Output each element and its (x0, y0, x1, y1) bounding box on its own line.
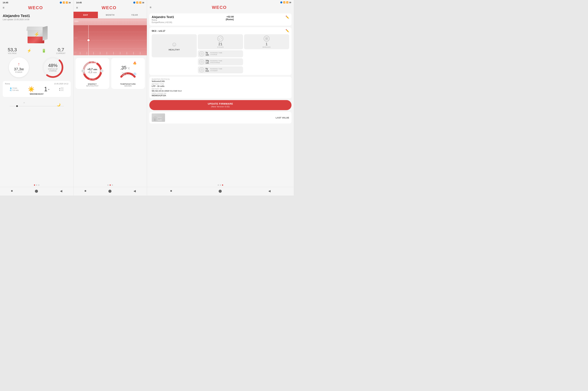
device-edit-icon[interactable]: ✏️ (285, 15, 289, 19)
chart-svg (74, 25, 147, 55)
tab-year[interactable]: YEAR (122, 12, 147, 18)
p3-main: Alejandro Test1 Roma Europe/Rome (+02:00… (147, 11, 294, 183)
nav-back-3[interactable]: ◀ (268, 189, 271, 193)
dot-2-3[interactable] (112, 185, 113, 186)
energy-time-top: 0h 15m (89, 61, 96, 64)
status-bar-2: 14:45 🔵 📶 📶 39 (74, 0, 147, 4)
update-firmware-btn[interactable]: UPDATE FIRMWARE (New Version 6.02) (149, 100, 291, 110)
grid-100: 100% (74, 20, 147, 22)
dot-1-1[interactable] (34, 185, 35, 186)
temp-min-group: 30 °C (121, 71, 130, 77)
weather-header: Roma 13.05.2020 14:12 (5, 83, 68, 85)
menu-icon-1[interactable]: ≡ (3, 6, 4, 9)
power-value: 37,3w (14, 67, 24, 71)
energy-minus-btn[interactable]: − (100, 69, 104, 73)
dot-2-2[interactable] (110, 185, 111, 186)
nav-back-2[interactable]: ◀ (133, 189, 136, 193)
battery-type-value: LFP - 16 cells (152, 85, 289, 87)
panel-3: 🔵 📶 📶 39 ≡ WECO Alejandro Test1 Roma Eur… (147, 0, 294, 196)
tab-month[interactable]: MONTH (98, 12, 122, 18)
svg-rect-26 (267, 39, 268, 40)
menu-icon-3[interactable]: ≡ (150, 6, 152, 9)
logo-2: WECO (101, 5, 116, 10)
status-bar-1: 14:45 🔵 📶 📶 39 (0, 0, 73, 4)
lightning-battery-icon: ⚡ (34, 32, 40, 37)
dot-1-3[interactable] (38, 185, 39, 186)
details-card: INVERTER PROTOCOL VoltronicCAN BATTERY T… (149, 77, 291, 98)
voltage-metric: 53,3 VOLTAGE (8, 47, 17, 54)
temp-dash-line (120, 69, 123, 70)
svg-rect-38 (154, 118, 156, 121)
charge-ring-svg (41, 56, 65, 79)
lightning-mid-icon: ⚡ (27, 49, 31, 53)
charge-time-icon (199, 51, 204, 56)
nav-stop-1[interactable]: ■ (11, 189, 13, 193)
energy-widget: 0h 15m +0,7 kWh -0,8 kWh 3h 24m + − ENER… (76, 58, 109, 89)
device-offset-city: (Rome) (226, 18, 234, 21)
modules-label: MODULES (263, 46, 271, 48)
device-offset: +02:00 (226, 15, 234, 18)
sun-small-icon: ☀ (23, 101, 25, 104)
temp-title: TEMPERATURE (120, 83, 136, 85)
voltage-current-row: 53,3 VOLTAGE ⚡ 🔋 0,7 CURRENT (3, 47, 71, 54)
device-location: Roma (152, 19, 174, 21)
nav-stop-2[interactable]: ■ (84, 189, 86, 193)
bottom-nav-1: ■ ⬤ ◀ (0, 187, 73, 196)
weather-rain: 💧 0 mm (10, 87, 18, 89)
discharge-time-labels: RUNNING TIMEDISCHARGE (210, 60, 222, 64)
temp-max-unit: °C (127, 67, 130, 70)
data-logger-label: DATA LOGGER SN (152, 93, 289, 95)
weather-wind: 💨 5.4 m/s (10, 89, 18, 92)
tab-day[interactable]: DAY (74, 12, 98, 18)
details-left: INVERTER PROTOCOL VoltronicCAN BATTERY T… (152, 78, 289, 97)
device-time: +02:00 (Rome) (226, 15, 234, 21)
energy-kwh-center: +0,7 kWh -0,8 kWh (87, 68, 97, 74)
dot-3-2[interactable] (220, 185, 221, 186)
nav-home-1[interactable]: ⬤ (35, 189, 38, 193)
logo-3: WECO (212, 5, 227, 10)
energy-plus-btn[interactable]: + (81, 69, 84, 73)
nav-stop-3[interactable]: ■ (170, 189, 172, 193)
weather-high: ▲2°C (59, 87, 64, 89)
battery-level-icon: 🔋 (42, 49, 46, 53)
dot-2-1[interactable] (107, 185, 109, 186)
status-icons-1: 🔵 📶 📶 39 (60, 1, 71, 4)
nav-back-1[interactable]: ◀ (60, 189, 62, 193)
temp-min-value: 30 (121, 71, 126, 77)
page-dots-3 (147, 183, 294, 187)
dot-1-2[interactable] (36, 185, 37, 186)
status-icons-3: 🔵 📶 📶 39 (280, 1, 291, 3)
panel-2: 14:45 🔵 📶 📶 39 ≡ WECO DAY MONTH YEAR 100… (74, 0, 147, 196)
modules-value: 1 (266, 42, 268, 46)
svg-line-32 (202, 62, 202, 62)
dot-3-1[interactable] (218, 185, 219, 186)
nav-home-3[interactable]: ⬤ (219, 189, 222, 193)
menu-icon-2[interactable]: ≡ (76, 6, 78, 9)
stat-modules-cell: 1 MODULES (244, 34, 289, 49)
voltage-label: VOLTAGE (8, 52, 17, 54)
svg-point-17 (87, 39, 90, 42)
time-2: 14:45 (76, 1, 82, 4)
last-update-1: Last update 13.05.2020 14:09 (3, 18, 71, 21)
battery-3d: ⚡ (26, 25, 48, 43)
nav-home-2[interactable]: ⬤ (108, 189, 112, 193)
device-tz: Europe/Rome (+02:00) (152, 21, 174, 23)
top-bar-2: ≡ WECO (74, 4, 147, 12)
weather-main: 💧 0 mm 💨 5.4 m/s ☀️ 1 ° ▲2°C ▼1°C (5, 86, 68, 93)
discharge-time-icon (199, 59, 204, 64)
power-arrow-icon: ↑ (18, 62, 20, 67)
system-edit-icon[interactable]: ✏️ (285, 29, 289, 33)
weather-hilo: ▲2°C ▼1°C (59, 87, 64, 91)
energy-kwh-neg: -0,8 kWh (87, 71, 97, 74)
weather-low: ▼1°C (59, 89, 64, 91)
moon-icon: 🌙 (57, 103, 61, 107)
status-icons-2: 🔵 📶 📶 39 (133, 1, 144, 4)
dot-3-3[interactable] (222, 185, 223, 186)
energy-title: ENERGY (88, 83, 97, 85)
stat-standby-time-cell: 0g01h RUNNING TIMESTANDBY (198, 66, 243, 73)
svg-line-35 (202, 70, 202, 70)
standby-time-value: 0g01h (205, 68, 209, 72)
svg-rect-23 (265, 37, 266, 38)
stat-discharge-time-cell: 16g14h RUNNING TIMEDISCHARGE (198, 58, 243, 65)
svg-rect-25 (265, 39, 266, 40)
